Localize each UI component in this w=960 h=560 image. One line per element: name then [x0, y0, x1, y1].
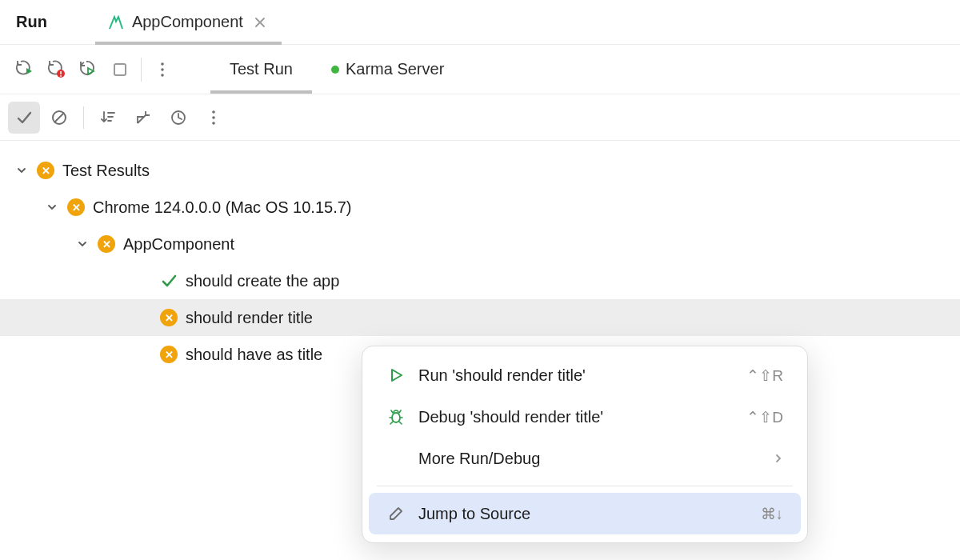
svg-point-8 [212, 110, 215, 114]
tree-node-label: Test Results [62, 162, 150, 180]
menu-item-shortcut: ⌘↓ [761, 505, 784, 523]
stop-button[interactable] [104, 54, 136, 86]
tree-node-browser[interactable]: Chrome 124.0.0.0 (Mac OS 10.15.7) [0, 189, 960, 226]
menu-item-label: Debug 'should render title' [418, 408, 734, 426]
context-menu: Run 'should render title' ⌃⇧R Debug 'sho… [362, 346, 808, 543]
menu-separator [377, 486, 793, 486]
server-status-dot-icon [331, 66, 339, 74]
blank-icon [386, 449, 406, 468]
sort-button[interactable] [92, 102, 124, 134]
svg-point-11 [392, 413, 400, 422]
tree-node-label: AppComponent [123, 235, 234, 254]
run-config-tab-label: AppComponent [132, 13, 243, 31]
tree-node-test[interactable]: should render title [0, 299, 960, 336]
karma-icon [108, 15, 124, 30]
tree-node-label: should render title [186, 309, 313, 327]
menu-item-shortcut: ⌃⇧D [746, 408, 783, 426]
edit-icon [386, 504, 406, 523]
svg-point-4 [161, 68, 164, 71]
more-actions-button[interactable] [146, 54, 178, 86]
svg-point-1 [60, 75, 62, 77]
toggle-auto-test-button[interactable] [72, 54, 104, 86]
tree-node-suite[interactable]: AppComponent [0, 226, 960, 262]
tree-node-label: should create the app [186, 272, 339, 290]
window-header: Run AppComponent [0, 0, 960, 45]
svg-point-10 [212, 122, 215, 125]
status-fail-icon [37, 162, 54, 179]
svg-rect-2 [114, 64, 126, 75]
svg-point-3 [161, 62, 164, 66]
menu-item-label: Run 'should render title' [418, 366, 734, 385]
subtab-test-run[interactable]: Test Run [210, 45, 312, 94]
subtab-label: Test Run [230, 60, 293, 78]
play-icon [386, 366, 406, 385]
chevron-down-icon[interactable] [14, 163, 29, 178]
run-toolbar: Test Run Karma Server [0, 45, 960, 94]
tree-node-test[interactable]: should create the app [0, 262, 960, 299]
tree-node-label: Chrome 124.0.0.0 (Mac OS 10.15.7) [93, 198, 352, 217]
menu-item-run[interactable]: Run 'should render title' ⌃⇧R [369, 354, 801, 396]
chevron-down-icon[interactable] [45, 200, 59, 214]
menu-item-more-run-debug[interactable]: More Run/Debug [369, 438, 801, 479]
subtab-underline [210, 90, 312, 94]
rerun-button[interactable] [8, 54, 40, 86]
output-subtabs: Test Run Karma Server [210, 45, 463, 94]
menu-item-jump-to-source[interactable]: Jump to Source ⌘↓ [369, 493, 801, 534]
menu-item-shortcut: ⌃⇧R [746, 366, 783, 385]
menu-item-label: Jump to Source [418, 505, 748, 523]
tool-window-title: Run [6, 13, 57, 31]
chevron-down-icon[interactable] [75, 237, 90, 251]
status-fail-icon [98, 235, 115, 253]
subtab-label: Karma Server [346, 60, 444, 78]
svg-point-5 [161, 74, 164, 77]
history-button[interactable] [162, 102, 194, 134]
test-filter-bar [0, 94, 960, 141]
svg-point-9 [212, 116, 215, 119]
expand-collapse-button[interactable] [127, 102, 159, 134]
tree-node-root[interactable]: Test Results [0, 152, 960, 189]
status-pass-icon [160, 272, 178, 290]
close-tab-icon[interactable] [251, 14, 269, 31]
filter-more-button[interactable] [198, 102, 230, 134]
show-ignored-toggle[interactable] [43, 102, 75, 134]
toolbar-separator [141, 58, 142, 82]
filterbar-divider [83, 106, 84, 129]
menu-item-debug[interactable]: Debug 'should render title' ⌃⇧D [369, 396, 801, 438]
status-fail-icon [67, 198, 85, 216]
menu-item-label: More Run/Debug [418, 450, 761, 468]
subtab-karma-server[interactable]: Karma Server [312, 45, 463, 94]
tree-node-label: should have as title [186, 346, 322, 364]
show-passed-toggle[interactable] [8, 102, 40, 134]
chevron-right-icon [774, 454, 783, 463]
rerun-failed-button[interactable] [40, 54, 72, 86]
run-config-tab[interactable]: AppComponent [95, 0, 282, 44]
status-fail-icon [160, 309, 178, 326]
status-fail-icon [160, 346, 178, 363]
bug-icon [386, 407, 406, 426]
